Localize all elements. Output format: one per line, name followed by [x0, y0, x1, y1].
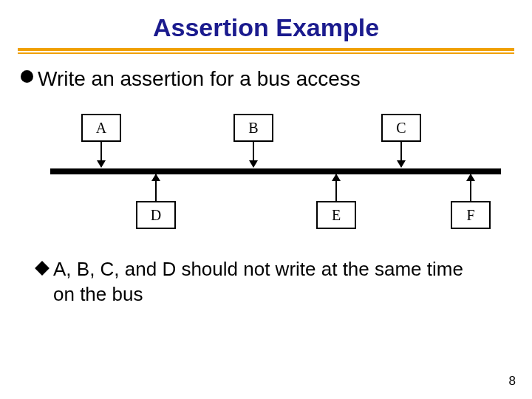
node-b: B: [233, 114, 273, 142]
bullet-1-text: Write an assertion for a bus access: [38, 66, 361, 92]
node-e: E: [316, 201, 356, 229]
node-c: C: [381, 114, 421, 142]
slide: Assertion Example Write an assertion for…: [0, 0, 532, 399]
arrow-e: [335, 174, 337, 201]
node-c-label: C: [396, 120, 406, 137]
node-f-label: F: [466, 207, 474, 224]
bus-line: [50, 168, 501, 174]
arrow-a: [100, 142, 102, 167]
bus-diagram: A B C D E F: [50, 111, 501, 236]
node-d: D: [136, 201, 176, 229]
bullet-2-line-2: on the bus: [53, 282, 511, 307]
arrow-f: [470, 174, 471, 201]
node-e-label: E: [332, 207, 341, 224]
slide-title: Assertion Example: [21, 13, 511, 48]
arrow-b: [253, 142, 254, 167]
node-f: F: [451, 201, 491, 229]
bullet-2-row: A, B, C, and D should not write at the s…: [21, 257, 511, 282]
bullet-level-1: Write an assertion for a bus access: [21, 66, 511, 92]
bullet-level-2: A, B, C, and D should not write at the s…: [21, 257, 511, 307]
node-a: A: [81, 114, 121, 142]
node-d-label: D: [151, 207, 161, 224]
arrow-d: [155, 174, 157, 201]
bullet-disc-icon: [21, 70, 33, 83]
bullet-diamond-icon: [35, 261, 50, 276]
title-underline: [18, 48, 514, 54]
arrow-c: [400, 142, 402, 167]
node-a-label: A: [96, 120, 106, 137]
node-b-label: B: [248, 120, 258, 137]
page-number: 8: [509, 374, 516, 389]
bullet-2-line-1: A, B, C, and D should not write at the s…: [53, 257, 463, 282]
